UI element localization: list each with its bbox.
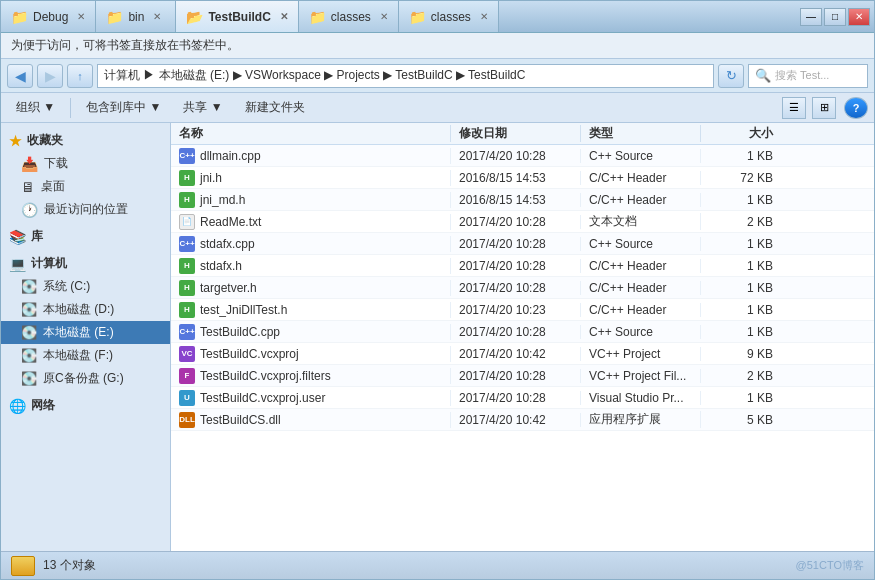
col-header-name[interactable]: 名称	[171, 125, 451, 142]
drive-c-icon: 💽	[21, 279, 37, 294]
favorites-header: ★ 收藏夹	[1, 129, 170, 152]
folder-icon: 📁	[11, 9, 28, 25]
file-name-cell: C++ dllmain.cpp	[171, 148, 451, 164]
folder-icon: 📁	[106, 9, 123, 25]
col-header-type[interactable]: 类型	[581, 125, 701, 142]
file-size-cell: 1 KB	[701, 237, 781, 251]
bookmark-bar: 为便于访问，可将书签直接放在书签栏中。	[1, 33, 874, 59]
file-date-cell: 2017/4/20 10:42	[451, 413, 581, 427]
file-type-cell: VC++ Project Fil...	[581, 369, 701, 383]
file-type-icon: C++	[179, 324, 195, 340]
close-button[interactable]: ✕	[848, 8, 870, 26]
file-date-cell: 2017/4/20 10:28	[451, 259, 581, 273]
table-row[interactable]: H jni_md.h 2016/8/15 14:53 C/C++ Header …	[171, 189, 874, 211]
tab-close-classes1[interactable]: ✕	[380, 11, 388, 22]
file-type-cell: C/C++ Header	[581, 171, 701, 185]
sidebar-drive-g[interactable]: 💽 原C备份盘 (G:)	[1, 367, 170, 390]
tab-bin[interactable]: 📁 bin ✕	[96, 1, 176, 32]
file-size-cell: 5 KB	[701, 413, 781, 427]
file-type-icon: U	[179, 390, 195, 406]
sidebar-item-download[interactable]: 📥 下载	[1, 152, 170, 175]
drive-g-icon: 💽	[21, 371, 37, 386]
up-button[interactable]: ↑	[67, 64, 93, 88]
table-row[interactable]: H test_JniDllTest.h 2017/4/20 10:23 C/C+…	[171, 299, 874, 321]
tab-close-classes2[interactable]: ✕	[480, 11, 488, 22]
file-type-cell: 文本文档	[581, 213, 701, 230]
folder-download-icon: 📥	[21, 156, 38, 172]
sidebar-drive-c[interactable]: 💽 系统 (C:)	[1, 275, 170, 298]
drive-f-icon: 💽	[21, 348, 37, 363]
table-row[interactable]: H jni.h 2016/8/15 14:53 C/C++ Header 72 …	[171, 167, 874, 189]
sidebar-drive-f[interactable]: 💽 本地磁盘 (F:)	[1, 344, 170, 367]
sidebar-drive-e[interactable]: 💽 本地磁盘 (E:)	[1, 321, 170, 344]
file-size-cell: 1 KB	[701, 193, 781, 207]
file-size-cell: 1 KB	[701, 259, 781, 273]
file-date-cell: 2017/4/20 10:28	[451, 215, 581, 229]
col-header-date[interactable]: 修改日期	[451, 125, 581, 142]
table-row[interactable]: 📄 ReadMe.txt 2017/4/20 10:28 文本文档 2 KB	[171, 211, 874, 233]
tab-testbuildc[interactable]: 📂 TestBuildC ✕	[176, 1, 298, 32]
file-size-cell: 1 KB	[701, 303, 781, 317]
tab-classes2[interactable]: 📁 classes ✕	[399, 1, 499, 32]
forward-button[interactable]: ▶	[37, 64, 63, 88]
file-name-cell: H jni.h	[171, 170, 451, 186]
watermark: @51CTO博客	[796, 558, 864, 573]
share-button[interactable]: 共享 ▼	[174, 96, 231, 119]
file-name-cell: DLL TestBuildCS.dll	[171, 412, 451, 428]
file-name-cell: H stdafx.h	[171, 258, 451, 274]
table-row[interactable]: F TestBuildC.vcxproj.filters 2017/4/20 1…	[171, 365, 874, 387]
col-header-size[interactable]: 大小	[701, 125, 781, 142]
search-box[interactable]: 🔍 搜索 Test...	[748, 64, 868, 88]
tab-classes1[interactable]: 📁 classes ✕	[299, 1, 399, 32]
computer-header: 💻 计算机	[1, 252, 170, 275]
file-name: dllmain.cpp	[200, 149, 261, 163]
table-row[interactable]: C++ stdafx.cpp 2017/4/20 10:28 C++ Sourc…	[171, 233, 874, 255]
file-type-icon: H	[179, 258, 195, 274]
file-type-icon: VC	[179, 346, 195, 362]
view-list-button[interactable]: ⊞	[812, 97, 836, 119]
file-type-cell: C/C++ Header	[581, 281, 701, 295]
file-type-icon: F	[179, 368, 195, 384]
address-path[interactable]: 计算机 ▶ 本地磁盘 (E:) ▶ VSWorkspace ▶ Projects…	[97, 64, 714, 88]
file-name-cell: C++ stdafx.cpp	[171, 236, 451, 252]
file-name: TestBuildC.vcxproj	[200, 347, 299, 361]
new-folder-button[interactable]: 新建文件夹	[236, 96, 314, 119]
search-icon: 🔍	[755, 68, 771, 83]
status-left: 13 个对象	[11, 556, 96, 576]
tab-close-debug[interactable]: ✕	[77, 11, 85, 22]
minimize-button[interactable]: —	[800, 8, 822, 26]
organize-button[interactable]: 组织 ▼	[7, 96, 64, 119]
tab-debug[interactable]: 📁 Debug ✕	[1, 1, 96, 32]
table-row[interactable]: C++ TestBuildC.cpp 2017/4/20 10:28 C++ S…	[171, 321, 874, 343]
address-bar: ◀ ▶ ↑ 计算机 ▶ 本地磁盘 (E:) ▶ VSWorkspace ▶ Pr…	[1, 59, 874, 93]
table-row[interactable]: H targetver.h 2017/4/20 10:28 C/C++ Head…	[171, 277, 874, 299]
sidebar-drive-d[interactable]: 💽 本地磁盘 (D:)	[1, 298, 170, 321]
file-type-icon: C++	[179, 236, 195, 252]
tab-close-bin[interactable]: ✕	[153, 11, 161, 22]
help-button[interactable]: ?	[844, 97, 868, 119]
file-date-cell: 2017/4/20 10:28	[451, 391, 581, 405]
table-row[interactable]: H stdafx.h 2017/4/20 10:28 C/C++ Header …	[171, 255, 874, 277]
computer-icon: 💻	[9, 256, 26, 272]
table-row[interactable]: U TestBuildC.vcxproj.user 2017/4/20 10:2…	[171, 387, 874, 409]
file-name-cell: VC TestBuildC.vcxproj	[171, 346, 451, 362]
refresh-button[interactable]: ↻	[718, 64, 744, 88]
sidebar-item-desktop[interactable]: 🖥 桌面	[1, 175, 170, 198]
file-date-cell: 2017/4/20 10:28	[451, 369, 581, 383]
view-details-button[interactable]: ☰	[782, 97, 806, 119]
maximize-button[interactable]: □	[824, 8, 846, 26]
titlebar-spacer	[499, 1, 796, 32]
file-size-cell: 1 KB	[701, 391, 781, 405]
tab-close-testbuildc[interactable]: ✕	[280, 11, 288, 22]
drive-d-icon: 💽	[21, 302, 37, 317]
table-row[interactable]: C++ dllmain.cpp 2017/4/20 10:28 C++ Sour…	[171, 145, 874, 167]
file-date-cell: 2017/4/20 10:23	[451, 303, 581, 317]
include-button[interactable]: 包含到库中 ▼	[77, 96, 170, 119]
file-date-cell: 2017/4/20 10:42	[451, 347, 581, 361]
file-date-cell: 2016/8/15 14:53	[451, 171, 581, 185]
back-button[interactable]: ◀	[7, 64, 33, 88]
table-row[interactable]: DLL TestBuildCS.dll 2017/4/20 10:42 应用程序…	[171, 409, 874, 431]
table-row[interactable]: VC TestBuildC.vcxproj 2017/4/20 10:42 VC…	[171, 343, 874, 365]
file-name-cell: F TestBuildC.vcxproj.filters	[171, 368, 451, 384]
sidebar-item-recent[interactable]: 🕐 最近访问的位置	[1, 198, 170, 221]
